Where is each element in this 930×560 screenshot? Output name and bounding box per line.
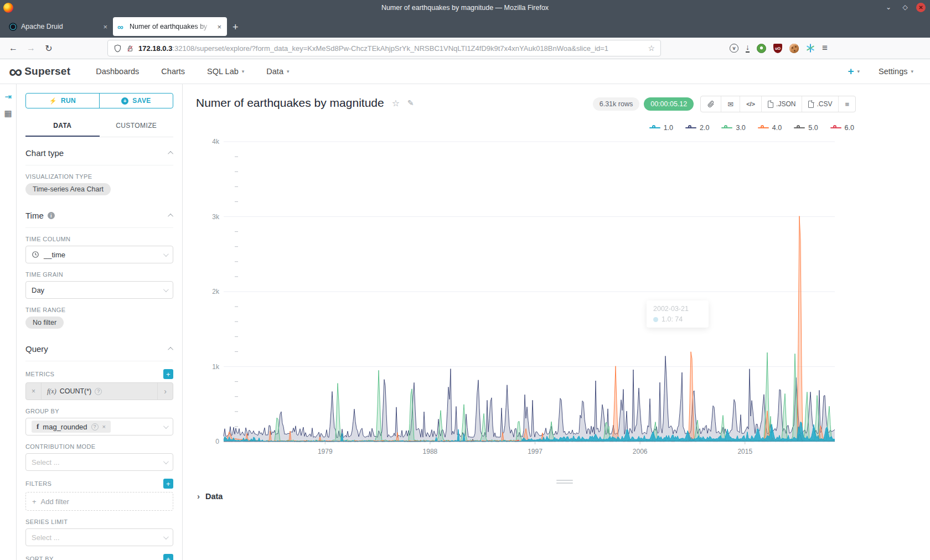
- nav-label: Data: [266, 67, 283, 76]
- tab-customize[interactable]: CUSTOMIZE: [100, 116, 174, 137]
- sort-by-label: SORT BY+: [25, 554, 173, 560]
- run-button[interactable]: ⚡RUN: [26, 94, 99, 108]
- legend-item-1.0[interactable]: 1.0: [649, 124, 673, 132]
- section-query[interactable]: Query: [25, 333, 173, 361]
- group-by-label: GROUP BY: [25, 408, 173, 414]
- url-path: :32108/superset/explore/?form_data_key=K…: [172, 44, 608, 53]
- save-label: SAVE: [132, 97, 151, 105]
- collapse-panel-icon[interactable]: ⇥: [4, 92, 12, 102]
- legend-marker-icon: [830, 125, 841, 131]
- chevron-right-icon: ›: [197, 491, 200, 501]
- add-sort-button[interactable]: +: [163, 554, 173, 560]
- chart-legend: 1.02.03.04.05.06.0: [649, 124, 854, 132]
- pocket-icon[interactable]: v: [730, 44, 738, 53]
- window-minimize-button[interactable]: ⌄: [883, 2, 894, 13]
- legend-marker-icon: [649, 125, 660, 131]
- reload-button[interactable]: ↻: [41, 40, 56, 56]
- group-by-chip[interactable]: f mag_rounded ? ×: [32, 421, 111, 433]
- email-button[interactable]: ✉: [721, 96, 740, 112]
- window-maximize-button[interactable]: ◇: [900, 2, 911, 13]
- time-range-label: TIME RANGE: [25, 307, 173, 313]
- tab-close-icon[interactable]: ×: [216, 23, 223, 31]
- share-link-button[interactable]: [701, 96, 721, 112]
- add-filter-dropzone[interactable]: +Add filter: [25, 492, 173, 511]
- shield-icon[interactable]: [113, 44, 122, 53]
- druid-favicon-icon: [9, 23, 17, 31]
- favorite-star-icon[interactable]: ☆: [392, 98, 400, 108]
- time-grain-select[interactable]: Day: [25, 281, 173, 299]
- legend-item-2.0[interactable]: 2.0: [685, 124, 709, 132]
- viz-type-pill[interactable]: Time-series Area Chart: [25, 183, 111, 195]
- remove-chip-icon[interactable]: ×: [102, 423, 106, 430]
- series-limit-select[interactable]: Select ...: [25, 528, 173, 546]
- superset-favicon-icon: ∞: [117, 23, 126, 31]
- legend-item-4.0[interactable]: 4.0: [758, 124, 782, 132]
- metric-chip[interactable]: × f(x)COUNT(*)? ›: [25, 382, 173, 400]
- nav-data[interactable]: Data▾: [255, 67, 300, 76]
- settings-menu[interactable]: Settings▾: [879, 67, 913, 76]
- info-icon: i: [48, 212, 55, 219]
- legend-item-6.0[interactable]: 6.0: [830, 124, 854, 132]
- metric-expand-icon[interactable]: ›: [157, 383, 173, 400]
- cookie-extension-icon[interactable]: [789, 44, 799, 53]
- url-text[interactable]: 172.18.0.3:32108/superset/explore/?form_…: [138, 44, 643, 53]
- edit-title-icon[interactable]: ✎: [407, 98, 414, 107]
- window-close-button[interactable]: ✕: [916, 3, 926, 12]
- left-icon-rail: ⇥ ▦: [0, 84, 17, 560]
- fx-icon: f(x): [47, 387, 56, 396]
- brand-name: Superset: [24, 65, 70, 77]
- legend-label: 4.0: [772, 124, 782, 132]
- bookmark-star-icon[interactable]: ☆: [648, 44, 655, 53]
- nav-charts[interactable]: Charts: [150, 67, 196, 76]
- back-button[interactable]: ←: [6, 40, 21, 56]
- chevron-down-icon: [163, 287, 169, 292]
- browser-tab-apache-druid[interactable]: Apache Druid ×: [4, 17, 113, 36]
- time-range-pill[interactable]: No filter: [25, 317, 64, 329]
- section-chart-type[interactable]: Chart type: [25, 137, 173, 165]
- plus-icon: +: [848, 65, 854, 77]
- ublock-origin-icon[interactable]: uO: [773, 44, 782, 53]
- extension-green-icon[interactable]: [757, 44, 766, 53]
- browser-tab-active[interactable]: ∞ Numer of earthquakes by ×: [113, 17, 227, 36]
- resize-drag-handle[interactable]: [556, 478, 573, 485]
- new-tab-button[interactable]: +: [232, 22, 239, 33]
- legend-marker-icon: [685, 125, 696, 131]
- time-grain-value: Day: [32, 286, 44, 294]
- contribution-mode-select[interactable]: Select ...: [25, 453, 173, 471]
- dataset-grid-icon[interactable]: ▦: [4, 108, 12, 118]
- add-metric-button[interactable]: +: [163, 369, 173, 379]
- nav-sql-lab[interactable]: SQL Lab▾: [196, 67, 255, 76]
- label-text: FILTERS: [25, 480, 51, 487]
- downloads-icon[interactable]: ↓: [746, 44, 750, 53]
- chart-canvas[interactable]: 01k2k3k4k19791988199720062015 2002-03-21…: [190, 136, 846, 459]
- forward-button[interactable]: →: [23, 40, 39, 56]
- legend-label: 2.0: [700, 124, 709, 132]
- chart-menu-button[interactable]: ≡: [838, 96, 855, 112]
- data-section-toggle[interactable]: › Data: [197, 491, 223, 501]
- nav-dashboards[interactable]: Dashboards: [85, 67, 150, 76]
- tab-close-icon[interactable]: ×: [102, 23, 108, 31]
- section-time[interactable]: Timei: [25, 200, 173, 228]
- export-json-button[interactable]: .JSON: [761, 96, 802, 112]
- timeseries-area-chart: 01k2k3k4k19791988199720062015: [190, 136, 846, 459]
- superset-logo[interactable]: ∞ Superset: [9, 63, 70, 80]
- legend-item-3.0[interactable]: 3.0: [721, 124, 745, 132]
- lock-insecure-icon[interactable]: [126, 44, 134, 53]
- embed-code-button[interactable]: </>: [740, 96, 761, 112]
- firefox-menu-icon[interactable]: ≡: [822, 43, 828, 54]
- remove-metric-icon[interactable]: ×: [26, 383, 42, 400]
- url-bar[interactable]: 172.18.0.3:32108/superset/explore/?form_…: [107, 40, 661, 56]
- legend-item-5.0[interactable]: 5.0: [794, 124, 818, 132]
- select-placeholder: Select ...: [32, 458, 60, 466]
- extension-asterisk-icon[interactable]: [806, 44, 815, 53]
- time-column-select[interactable]: __time: [25, 246, 173, 263]
- export-json-label: .JSON: [776, 100, 795, 108]
- group-by-select[interactable]: f mag_rounded ? ×: [25, 418, 173, 435]
- export-csv-button[interactable]: .CSV: [802, 96, 838, 112]
- tab-data[interactable]: DATA: [25, 116, 100, 137]
- legend-label: 3.0: [736, 124, 745, 132]
- new-item-button[interactable]: +▾: [848, 65, 860, 77]
- add-filter-button[interactable]: +: [163, 479, 173, 489]
- legend-marker-icon: [794, 125, 805, 131]
- save-button[interactable]: +SAVE: [99, 94, 173, 108]
